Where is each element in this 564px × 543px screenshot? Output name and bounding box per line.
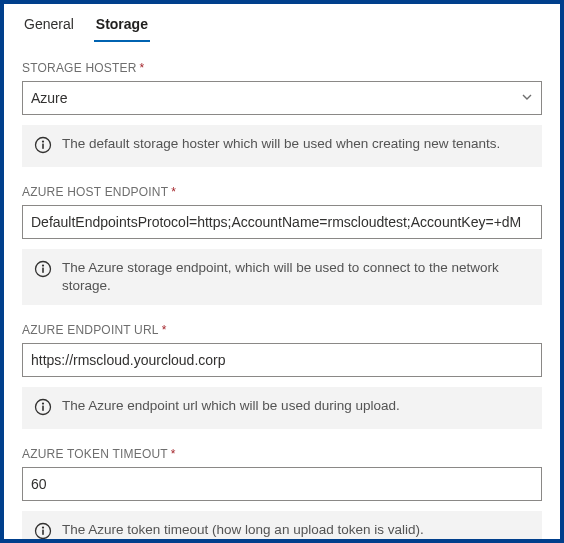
azure-token-timeout-label: AZURE TOKEN TIMEOUT*: [22, 447, 542, 461]
svg-point-7: [42, 403, 44, 405]
storage-hoster-value: Azure: [31, 90, 515, 106]
field-azure-token-timeout: AZURE TOKEN TIMEOUT* The Azure token tim…: [22, 447, 542, 543]
tab-storage[interactable]: Storage: [94, 10, 150, 42]
label-text: STORAGE HOSTER: [22, 61, 137, 75]
info-text: The Azure token timeout (how long an upl…: [62, 521, 424, 539]
label-text: AZURE HOST ENDPOINT: [22, 185, 168, 199]
info-icon: [34, 398, 52, 419]
info-text: The Azure endpoint url which will be use…: [62, 397, 400, 415]
storage-hoster-info: The default storage hoster which will be…: [22, 125, 542, 167]
svg-point-10: [42, 527, 44, 529]
azure-host-endpoint-input[interactable]: [31, 206, 533, 238]
svg-rect-8: [42, 406, 44, 411]
required-marker: *: [162, 323, 167, 337]
settings-panel: General Storage STORAGE HOSTER* Azure Th…: [0, 0, 564, 543]
info-icon: [34, 260, 52, 281]
azure-token-timeout-input-wrap: [22, 467, 542, 501]
info-icon: [34, 522, 52, 543]
storage-hoster-select[interactable]: Azure: [22, 81, 542, 115]
required-marker: *: [171, 185, 176, 199]
info-icon: [34, 136, 52, 157]
azure-token-timeout-info: The Azure token timeout (how long an upl…: [22, 511, 542, 543]
azure-endpoint-url-info: The Azure endpoint url which will be use…: [22, 387, 542, 429]
svg-rect-2: [42, 144, 44, 149]
required-marker: *: [140, 61, 145, 75]
tab-bar: General Storage: [22, 4, 542, 43]
info-text: The default storage hoster which will be…: [62, 135, 500, 153]
svg-rect-5: [42, 268, 44, 273]
field-azure-host-endpoint: AZURE HOST ENDPOINT* The Azure storage e…: [22, 185, 542, 305]
label-text: AZURE ENDPOINT URL: [22, 323, 159, 337]
chevron-down-icon: [521, 90, 533, 106]
label-text: AZURE TOKEN TIMEOUT: [22, 447, 168, 461]
info-text: The Azure storage endpoint, which will b…: [62, 259, 530, 295]
azure-host-endpoint-info: The Azure storage endpoint, which will b…: [22, 249, 542, 305]
field-azure-endpoint-url: AZURE ENDPOINT URL* The Azure endpoint u…: [22, 323, 542, 429]
field-storage-hoster: STORAGE HOSTER* Azure The default storag…: [22, 61, 542, 167]
svg-point-4: [42, 265, 44, 267]
azure-endpoint-url-input[interactable]: [31, 344, 533, 376]
azure-endpoint-url-input-wrap: [22, 343, 542, 377]
svg-rect-11: [42, 530, 44, 535]
azure-host-endpoint-label: AZURE HOST ENDPOINT*: [22, 185, 542, 199]
storage-hoster-label: STORAGE HOSTER*: [22, 61, 542, 75]
svg-point-1: [42, 141, 44, 143]
azure-endpoint-url-label: AZURE ENDPOINT URL*: [22, 323, 542, 337]
azure-host-endpoint-input-wrap: [22, 205, 542, 239]
required-marker: *: [171, 447, 176, 461]
azure-token-timeout-input[interactable]: [31, 468, 533, 500]
tab-general[interactable]: General: [22, 10, 76, 42]
